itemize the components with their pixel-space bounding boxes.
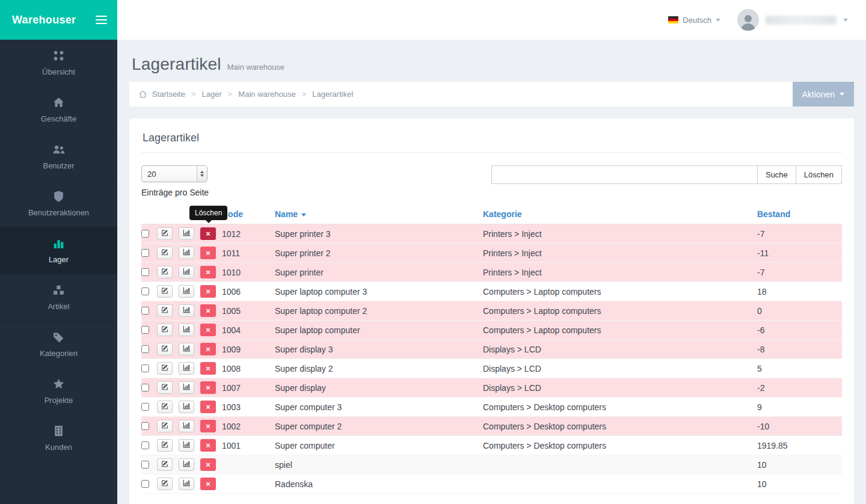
edit-button[interactable] <box>157 247 173 259</box>
row-checkbox[interactable] <box>141 422 149 430</box>
sidebar-item-benutzer[interactable]: Benutzer <box>0 134 117 180</box>
edit-button[interactable] <box>157 285 173 298</box>
row-checkbox[interactable] <box>141 441 149 449</box>
cell-stock: -10 <box>757 417 842 436</box>
chart-button[interactable] <box>179 285 194 298</box>
sidebar-item-projekte[interactable]: Projekte <box>0 368 117 415</box>
edit-button[interactable] <box>157 420 173 432</box>
column-header-category[interactable]: Kategorie <box>483 204 757 224</box>
chart-button[interactable] <box>179 458 194 471</box>
row-checkbox[interactable] <box>141 326 149 334</box>
edit-button[interactable] <box>157 401 173 413</box>
edit-button[interactable] <box>157 478 173 490</box>
cell-stock: -6 <box>757 321 842 340</box>
row-checkbox[interactable] <box>141 480 149 488</box>
building-icon <box>52 425 65 437</box>
row-checkbox[interactable] <box>141 403 149 411</box>
table-row: ×1003Super computer 3Computers > Desktop… <box>141 398 842 417</box>
delete-button[interactable]: × <box>200 439 216 452</box>
delete-button[interactable]: × <box>200 478 216 490</box>
page-header: Lagerartikel Main warehouse <box>117 40 866 82</box>
menu-toggle-icon[interactable] <box>96 13 107 26</box>
edit-button[interactable] <box>157 227 173 240</box>
chart-button[interactable] <box>179 227 194 240</box>
edit-button[interactable] <box>157 381 173 394</box>
delete-button[interactable]: × <box>200 343 216 355</box>
edit-icon <box>161 460 168 469</box>
delete-button[interactable]: × <box>200 266 216 278</box>
search-button[interactable]: Suche <box>757 165 796 184</box>
sidebar-item-kategorien[interactable]: Kategorien <box>0 321 117 368</box>
edit-button[interactable] <box>157 343 173 355</box>
row-checkbox[interactable] <box>141 230 149 238</box>
row-checkbox[interactable] <box>141 307 149 315</box>
breadcrumb-item[interactable]: Startseite <box>152 90 185 99</box>
edit-button[interactable] <box>157 304 173 317</box>
delete-button[interactable]: × <box>200 324 216 336</box>
language-selector[interactable]: Deutsch <box>668 16 720 25</box>
delete-button[interactable]: × <box>200 458 216 471</box>
delete-button[interactable]: × <box>200 247 216 259</box>
cell-name: Super printer 3 <box>275 224 483 244</box>
shield-icon <box>52 190 65 203</box>
breadcrumb-item[interactable]: Lagerartikel <box>312 90 353 99</box>
sidebar-item-uebersicht[interactable]: Übersicht <box>0 40 117 87</box>
sidebar-item-benutzeraktionen[interactable]: Benutzeraktionen <box>0 180 117 227</box>
clear-button[interactable]: Löschen <box>796 165 842 184</box>
panel-title: Lagerartikel <box>143 132 842 144</box>
delete-button[interactable]: × <box>200 362 216 375</box>
row-checkbox[interactable] <box>141 249 149 257</box>
chart-button[interactable] <box>179 247 194 259</box>
row-checkbox[interactable] <box>141 461 149 469</box>
chart-button[interactable] <box>179 401 194 413</box>
chart-icon <box>183 441 190 450</box>
delete-button[interactable]: × <box>200 381 216 394</box>
chart-button[interactable] <box>179 381 194 394</box>
row-checkbox[interactable] <box>141 384 149 392</box>
sidebar-item-kunden[interactable]: Kunden <box>0 415 117 462</box>
search-input[interactable] <box>491 165 758 184</box>
edit-button[interactable] <box>157 439 173 452</box>
sidebar-item-lager[interactable]: Lager <box>0 227 117 274</box>
breadcrumb-item[interactable]: Lager <box>202 90 222 99</box>
aktionen-button[interactable]: Aktionen <box>793 82 854 106</box>
row-checkbox[interactable] <box>141 268 149 276</box>
chart-button[interactable] <box>179 420 194 432</box>
sidebar-item-label: Übersicht <box>42 67 75 76</box>
sidebar-item-geschaefte[interactable]: Geschäfte <box>0 87 117 134</box>
chart-button[interactable] <box>179 324 194 336</box>
sort-desc-icon <box>301 214 306 217</box>
breadcrumb-item[interactable]: Main warehouse <box>238 90 295 99</box>
edit-button[interactable] <box>157 362 173 375</box>
chart-button[interactable] <box>179 362 194 375</box>
edit-button[interactable] <box>157 266 173 278</box>
chart-button[interactable] <box>179 478 194 490</box>
column-header-code[interactable]: Code <box>222 204 275 224</box>
delete-button[interactable]: × <box>200 304 216 317</box>
column-header-stock[interactable]: Bestand <box>757 204 842 224</box>
cell-name: Super printer <box>275 263 483 282</box>
delete-button[interactable]: × <box>200 401 216 413</box>
chart-button[interactable] <box>179 343 194 355</box>
per-page-select[interactable]: 20 <box>141 165 207 182</box>
content-panel: Lagerartikel 20 Einträge pro Seite Suche… <box>129 118 854 504</box>
user-menu[interactable] <box>737 9 848 31</box>
delete-button[interactable]: × <box>200 285 216 298</box>
sidebar-item-artikel[interactable]: Artikel <box>0 274 117 321</box>
row-checkbox[interactable] <box>141 345 149 353</box>
cell-code <box>222 455 275 475</box>
delete-button[interactable]: × <box>200 227 216 240</box>
username-redacted <box>766 16 837 25</box>
row-checkbox[interactable] <box>141 287 149 295</box>
column-header-name[interactable]: Name <box>275 204 483 224</box>
cell-category: Computers > Desktop computers <box>483 398 757 417</box>
edit-button[interactable] <box>157 324 173 336</box>
edit-button[interactable] <box>157 458 173 471</box>
chart-button[interactable] <box>179 439 194 452</box>
chart-button[interactable] <box>179 304 194 317</box>
cell-stock: 9 <box>757 398 842 417</box>
search-group: Suche Löschen <box>491 165 842 184</box>
chart-button[interactable] <box>179 266 194 278</box>
delete-button[interactable]: × <box>200 420 216 432</box>
row-checkbox[interactable] <box>141 364 149 372</box>
